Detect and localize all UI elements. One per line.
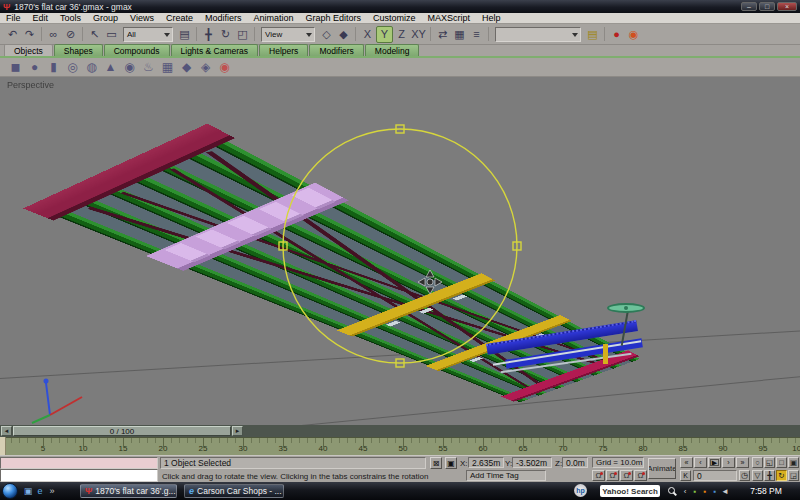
sphere-icon[interactable]: ● bbox=[25, 59, 44, 76]
menu-item[interactable]: Modifiers bbox=[199, 13, 248, 23]
align-icon[interactable]: ≡ bbox=[468, 26, 485, 43]
torus-icon[interactable]: ◎ bbox=[63, 59, 82, 76]
track-bar-ruler[interactable]: 5101520253035404550556065707580859095100 bbox=[0, 437, 800, 455]
select-and-rotate-icon[interactable]: ↻ bbox=[217, 26, 234, 43]
percent-snap-icon[interactable]: Ω bbox=[620, 470, 633, 481]
perspective-viewport[interactable]: Perspective bbox=[0, 77, 800, 425]
snap-toggle-icon[interactable]: Ω bbox=[592, 470, 605, 481]
hidden-icons-arrow[interactable]: ‹ bbox=[680, 484, 690, 498]
menu-item[interactable]: Views bbox=[124, 13, 160, 23]
taskbar-task-browser[interactable]: e Carson Car Shops - ... bbox=[184, 484, 284, 498]
hp-logo-icon[interactable]: hp bbox=[574, 484, 587, 497]
menu-item[interactable]: Tools bbox=[54, 13, 87, 23]
menu-item[interactable]: Graph Editors bbox=[299, 13, 367, 23]
cylinder-icon[interactable]: ▮ bbox=[44, 59, 63, 76]
array-icon[interactable]: ▦ bbox=[451, 26, 468, 43]
tab-lights-cameras[interactable]: Lights & Cameras bbox=[171, 44, 259, 56]
plane-icon[interactable]: ▦ bbox=[158, 59, 177, 76]
tab-shapes[interactable]: Shapes bbox=[54, 44, 103, 56]
animate-button[interactable]: Animate bbox=[648, 458, 676, 479]
yahoo-search-box[interactable]: Yahoo! Search bbox=[600, 485, 660, 497]
quick-launch-desktop-icon[interactable]: ▣ bbox=[22, 484, 34, 498]
maxscript-listener-pane[interactable] bbox=[0, 469, 158, 482]
min-max-toggle-icon[interactable]: ◲ bbox=[788, 470, 799, 481]
geosphere-icon[interactable]: ◉ bbox=[120, 59, 139, 76]
go-to-start-button[interactable]: « bbox=[680, 457, 693, 468]
y-coordinate-field[interactable]: -3.502m bbox=[512, 457, 552, 468]
select-and-scale-icon[interactable]: ◰ bbox=[234, 26, 251, 43]
arc-rotate-icon[interactable]: ↻ bbox=[776, 470, 787, 481]
tab-compounds[interactable]: Compounds bbox=[104, 44, 170, 56]
restrict-x-button[interactable]: X bbox=[359, 26, 376, 43]
play-button[interactable]: ▶ bbox=[708, 457, 721, 468]
unlink-selection-icon[interactable]: ⊘ bbox=[62, 26, 79, 43]
taskbar-clock[interactable]: 7:58 PM bbox=[738, 482, 794, 500]
menu-item[interactable]: File bbox=[0, 13, 27, 23]
tab-modeling[interactable]: Modeling bbox=[365, 44, 420, 56]
add-time-tag[interactable]: Add Time Tag bbox=[466, 470, 546, 481]
quick-launch-overflow[interactable]: » bbox=[46, 484, 58, 498]
cone-icon[interactable]: ▲ bbox=[101, 59, 120, 76]
redo-icon[interactable]: ↷ bbox=[21, 26, 38, 43]
time-slider-handle[interactable]: 0 / 100 bbox=[13, 426, 231, 436]
close-button[interactable]: × bbox=[777, 2, 797, 11]
select-and-move-icon[interactable]: ╋ bbox=[200, 26, 217, 43]
menu-item[interactable]: Customize bbox=[367, 13, 422, 23]
key-mode-toggle[interactable]: K bbox=[680, 470, 691, 481]
next-frame-button[interactable]: › bbox=[722, 457, 735, 468]
select-and-link-icon[interactable]: ∞ bbox=[45, 26, 62, 43]
current-frame-field[interactable]: 0 bbox=[693, 470, 737, 481]
time-configuration-icon[interactable]: ◷ bbox=[739, 470, 750, 481]
macro-recorder-pane[interactable] bbox=[0, 457, 158, 469]
z-coordinate-field[interactable]: 0.0m bbox=[562, 457, 588, 468]
teapot-icon[interactable]: ♨ bbox=[139, 59, 158, 76]
selection-lock-icon[interactable]: ⊠ bbox=[430, 457, 442, 469]
menu-item[interactable]: MAXScript bbox=[422, 13, 477, 23]
ringwave-icon[interactable]: ◉ bbox=[215, 59, 234, 76]
use-pivot-point-icon[interactable]: ◇ bbox=[318, 26, 335, 43]
previous-frame-button[interactable]: ‹ bbox=[694, 457, 707, 468]
rectangular-selection-region-icon[interactable]: ▭ bbox=[103, 26, 120, 43]
select-and-manipulate-icon[interactable]: ◆ bbox=[335, 26, 352, 43]
undo-icon[interactable]: ↶ bbox=[4, 26, 21, 43]
volume-icon[interactable]: ◄ bbox=[720, 484, 730, 498]
restrict-xy-plane-button[interactable]: XY bbox=[410, 26, 427, 43]
torus-knot-icon[interactable]: ◈ bbox=[196, 59, 215, 76]
restrict-y-button[interactable]: Y bbox=[376, 26, 393, 43]
angle-snap-icon[interactable]: Ω bbox=[606, 470, 619, 481]
menu-item[interactable]: Animation bbox=[247, 13, 299, 23]
current-frame-marker[interactable] bbox=[0, 437, 6, 455]
zoom-region-icon[interactable]: ▣ bbox=[788, 457, 799, 468]
tab-objects[interactable]: Objects bbox=[4, 44, 53, 56]
quick-launch-ie-icon[interactable]: e bbox=[34, 484, 46, 498]
hedra-icon[interactable]: ◆ bbox=[177, 59, 196, 76]
tab-modifiers[interactable]: Modifiers bbox=[309, 44, 363, 56]
tab-helpers[interactable]: Helpers bbox=[259, 44, 308, 56]
tray-icon-green[interactable]: ▪ bbox=[690, 484, 700, 498]
spinner-snap-icon[interactable]: Ω bbox=[634, 470, 647, 481]
search-icon[interactable] bbox=[668, 487, 675, 494]
menu-item[interactable]: Create bbox=[160, 13, 199, 23]
reference-coordinate-system-dropdown[interactable]: View bbox=[261, 27, 315, 42]
minimize-button[interactable]: – bbox=[741, 2, 757, 11]
tube-icon[interactable]: ◍ bbox=[82, 59, 101, 76]
selection-filter-dropdown[interactable]: All bbox=[123, 27, 173, 42]
menu-item[interactable]: Help bbox=[476, 13, 507, 23]
absolute-offset-toggle-icon[interactable]: ▣ bbox=[445, 457, 457, 469]
taskbar-task-gmax[interactable]: Ψ 1870's flat car 36'.g... bbox=[80, 484, 177, 498]
go-to-end-button[interactable]: » bbox=[736, 457, 749, 468]
zoom-icon[interactable]: ○ bbox=[752, 457, 763, 468]
viewport-label[interactable]: Perspective bbox=[7, 80, 54, 90]
box-icon[interactable]: ◼ bbox=[6, 59, 25, 76]
tray-icon-blue[interactable]: ▪ bbox=[710, 484, 720, 498]
render-scene-icon[interactable]: ◉ bbox=[625, 26, 642, 43]
restrict-z-button[interactable]: Z bbox=[393, 26, 410, 43]
menu-item[interactable]: Edit bbox=[27, 13, 55, 23]
zoom-extents-icon[interactable]: □ bbox=[776, 457, 787, 468]
select-by-name-icon[interactable]: ▤ bbox=[176, 26, 193, 43]
zoom-all-icon[interactable]: ◱ bbox=[764, 457, 775, 468]
x-coordinate-field[interactable]: 2.635m bbox=[468, 457, 504, 468]
tray-icon-orange[interactable]: ▪ bbox=[700, 484, 710, 498]
time-slider-next-button[interactable]: ▸ bbox=[232, 426, 243, 436]
named-selection-sets-dropdown[interactable] bbox=[495, 27, 581, 42]
